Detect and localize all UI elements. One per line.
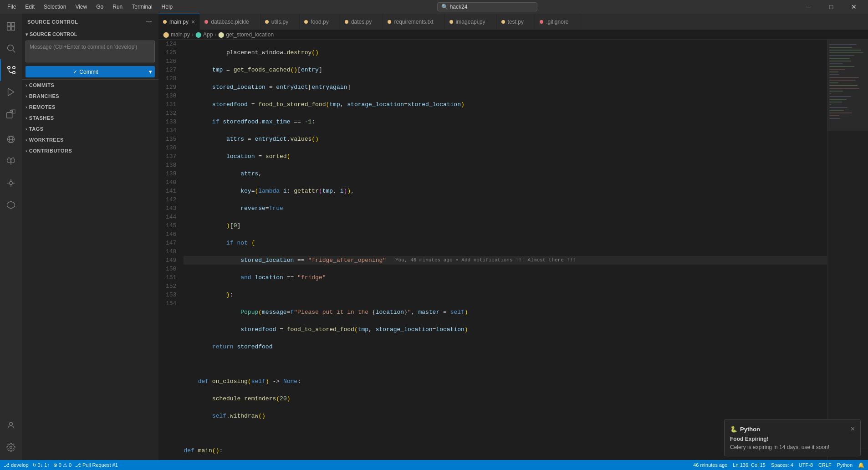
status-branch[interactable]: ⎇ develop [4, 462, 29, 468]
tab-test[interactable]: test.py × [497, 14, 536, 30]
activity-gitlens2[interactable] [0, 194, 22, 216]
menu-terminal[interactable]: Terminal [128, 3, 156, 11]
search-text: hack24 [450, 4, 468, 10]
menu-file[interactable]: File [4, 3, 20, 11]
bell-icon: 🔔 [858, 462, 864, 468]
status-pr-label: Pull Request #1 [82, 462, 118, 468]
search-box[interactable]: 🔍 hack24 [437, 2, 537, 11]
tab-gitignore[interactable]: .gitignore × [535, 14, 580, 30]
tab-food[interactable]: food.py × [300, 14, 340, 30]
activity-remote[interactable] [0, 128, 22, 150]
tab-mainpy[interactable]: main.py × [158, 14, 200, 30]
commit-btn-row: ✓ Commit ▾ [26, 66, 155, 77]
svg-rect-1 [11, 23, 15, 26]
sc-chevron-icon: ▾ [26, 32, 28, 37]
minimap[interactable] [827, 40, 868, 460]
status-eol[interactable]: CRLF [818, 462, 832, 468]
menu-selection[interactable]: Selection [40, 3, 70, 11]
code-line-132: key=(lambda i: getattr(tmp, i)), [184, 187, 827, 195]
notification-close-button[interactable]: × [851, 425, 855, 433]
code-line-135: if not { [184, 239, 827, 247]
sidebar-bottom-sections: › COMMITS › BRANCHES › REMOTES › STASHES… [22, 79, 158, 156]
code-line-142 [184, 360, 827, 368]
maximize-button[interactable]: □ [821, 0, 842, 14]
minimize-button[interactable]: ─ [798, 0, 819, 14]
activity-explorer[interactable] [0, 15, 22, 37]
code-line-138: }: [184, 291, 827, 299]
branches-section[interactable]: › BRANCHES [22, 91, 158, 102]
breadcrumb-mainpy[interactable]: main.py [171, 31, 190, 38]
python-icon: 🐍 [730, 426, 737, 433]
tab-database[interactable]: database.pickle × [200, 14, 260, 30]
status-position-label: Ln 136, Col 15 [733, 462, 766, 468]
menu-help[interactable]: Help [158, 3, 177, 11]
search-icon: 🔍 [441, 4, 448, 10]
remotes-section[interactable]: › REMOTES [22, 102, 158, 112]
svg-point-4 [8, 45, 14, 51]
commit-message-input[interactable] [26, 41, 155, 62]
tab-label-utils: utils.py [271, 19, 288, 25]
commit-dropdown-button[interactable]: ▾ [146, 66, 155, 77]
code-container[interactable]: 124 125 126 127 128 129 130 131 132 133 … [158, 40, 868, 460]
status-pullrequest[interactable]: ⎇ Pull Request #1 [75, 462, 118, 468]
menu-view[interactable]: View [71, 3, 91, 11]
activity-source-control[interactable] [0, 59, 22, 81]
status-notifications[interactable]: 46 minutes ago [693, 462, 727, 468]
status-spaces[interactable]: Spaces: 4 [771, 462, 793, 468]
status-encoding[interactable]: UTF-8 [799, 462, 813, 468]
tab-close-mainpy[interactable]: × [191, 18, 195, 26]
svg-line-5 [13, 50, 15, 52]
status-sync[interactable]: ↻ 0↓ 1↑ [32, 462, 50, 468]
tab-dates[interactable]: dates.py × [340, 14, 383, 30]
commit-button[interactable]: ✓ Commit [26, 66, 146, 77]
activity-search[interactable] [0, 37, 22, 59]
worktrees-section[interactable]: › WORKTREES [22, 134, 158, 145]
code-line-136: stored_location == "fridge_after_opening… [184, 256, 827, 265]
commits-chevron-icon: › [26, 83, 27, 88]
menu-edit[interactable]: Edit [21, 3, 38, 11]
breadcrumb-app[interactable]: App [203, 31, 213, 38]
close-button[interactable]: ✕ [843, 0, 864, 14]
code-line-144: schedule_reminders(20) [184, 394, 827, 403]
sc-section-header[interactable]: ▾ SOURCE CONTROL [22, 30, 158, 39]
notification-toast: 🐍 Python × Food Expiring! Celery is expi… [724, 419, 861, 456]
commits-section[interactable]: › COMMITS [22, 80, 158, 91]
contributors-section[interactable]: › CONTRIBUTORS [22, 145, 158, 156]
tab-imageapi[interactable]: imageapi.py × [445, 14, 497, 30]
commit-arrow-icon: ▾ [149, 68, 152, 75]
line-numbers: 124 125 126 127 128 129 130 131 132 133 … [158, 40, 180, 460]
status-bell[interactable]: 🔔 [858, 462, 864, 468]
tab-utils[interactable]: utils.py × [260, 14, 300, 30]
notification-title: 🐍 Python [730, 426, 760, 433]
menu-go[interactable]: Go [92, 3, 107, 11]
breadcrumb-function[interactable]: get_stored_location [226, 31, 274, 38]
status-language[interactable]: Python [837, 462, 853, 468]
status-position[interactable]: Ln 136, Col 15 [733, 462, 766, 468]
stashes-section[interactable]: › STASHES [22, 112, 158, 123]
breadcrumb-sep2: › [214, 31, 216, 38]
activity-settings[interactable] [0, 436, 22, 458]
code-line-125: tmp = get_foods_cached()[entry] [184, 66, 827, 74]
activity-test[interactable] [0, 150, 22, 172]
branches-chevron-icon: › [26, 94, 27, 99]
sidebar: SOURCE CONTROL ··· ▾ SOURCE CONTROL ✓ Co… [22, 14, 158, 460]
activity-extensions[interactable] [0, 103, 22, 125]
tags-section[interactable]: › TAGS [22, 123, 158, 134]
menu-run[interactable]: Run [109, 3, 126, 11]
code-line-126: stored_location = entrydict[entryagain] [184, 83, 827, 92]
code-line-134: )[0] [184, 221, 827, 230]
activity-gitlens[interactable] [0, 172, 22, 194]
svg-point-6 [8, 66, 10, 69]
git-blame-136: You, 46 minutes ago • Add notifications … [395, 256, 576, 265]
status-left: ⎇ develop ↻ 0↓ 1↑ ⊗ 0 ⚠ 0 ⎇ Pull Request… [4, 462, 118, 468]
activity-account[interactable] [0, 414, 22, 436]
tab-requirements[interactable]: requirements.txt × [383, 14, 444, 30]
activity-debug[interactable] [0, 81, 22, 103]
tab-dot-dates [345, 20, 348, 24]
contributors-chevron-icon: › [26, 148, 27, 153]
code-line-129: attrs = entrydict.values() [184, 135, 827, 143]
status-errors[interactable]: ⊗ 0 ⚠ 0 [53, 462, 71, 468]
sidebar-more-icon[interactable]: ··· [145, 17, 153, 26]
svg-rect-3 [11, 27, 15, 30]
code-content[interactable]: placement_window.destroy() tmp = get_foo… [180, 40, 827, 460]
